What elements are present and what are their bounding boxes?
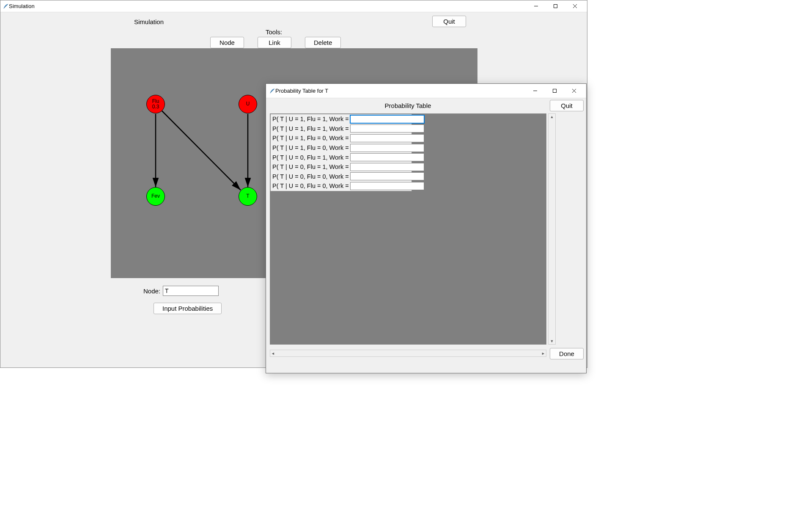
node-u[interactable]: U: [239, 95, 257, 113]
tool-link-button[interactable]: Link: [258, 37, 291, 48]
tool-row: Node Link Delete: [210, 37, 341, 48]
pt-row: P( T | U = 1, Flu = 0, Work = 1 ): [271, 133, 411, 143]
main-window-controls: [526, 0, 584, 12]
node-fev[interactable]: Fev: [146, 187, 165, 206]
pt-value-input[interactable]: [350, 144, 424, 152]
app-icon: [3, 3, 9, 9]
pt-row: P( T | U = 1, Flu = 0, Work = 0 ): [271, 143, 411, 153]
child-titlebar: Probability Table for T: [266, 84, 586, 98]
pt-condition: P( T | U = 1, Flu = 1, Work = 0 ): [271, 125, 350, 132]
pt-row: P( T | U = 0, Flu = 1, Work = 1 ): [271, 152, 411, 162]
input-probabilities-button[interactable]: Input Probabilities: [154, 303, 222, 314]
app-body: Simulation Quit Tools: Node Link Delete: [0, 12, 587, 367]
child-body: Probability Table Quit P( T | U = 1, Flu…: [266, 98, 586, 373]
pt-value-input[interactable]: [350, 153, 424, 161]
child-app-icon: [269, 88, 275, 94]
pt-table: P( T | U = 1, Flu = 1, Work = 1 ) P( T |…: [270, 114, 412, 191]
node-input-label: Node:: [143, 287, 160, 295]
pt-condition: P( T | U = 1, Flu = 0, Work = 1 ): [271, 135, 350, 141]
scroll-down-icon: ▼: [549, 338, 555, 344]
child-close-button[interactable]: [564, 84, 584, 98]
pt-heading: Probability Table: [266, 102, 550, 109]
svg-rect-1: [554, 5, 557, 8]
child-maximize-button[interactable]: [545, 84, 564, 98]
pt-row: P( T | U = 0, Flu = 0, Work = 0 ): [271, 181, 411, 191]
node-name-input[interactable]: [163, 286, 219, 296]
node-t[interactable]: T: [239, 187, 257, 206]
maximize-button[interactable]: [546, 0, 565, 12]
pt-header: Probability Table Quit: [266, 98, 586, 113]
main-window: Simulation Simulation Quit Tools: Node L…: [0, 0, 587, 368]
horizontal-scrollbar[interactable]: ◄ ►: [270, 350, 546, 357]
node-t-label: T: [246, 193, 249, 199]
pt-value-input[interactable]: [350, 134, 424, 142]
svg-rect-8: [553, 89, 556, 93]
scroll-up-icon: ▲: [549, 114, 555, 120]
child-window-controls: [525, 84, 584, 98]
vertical-scrollbar[interactable]: ▲ ▼: [548, 113, 556, 345]
scroll-right-icon: ►: [540, 351, 546, 356]
svg-line-5: [162, 110, 241, 190]
simulation-heading: Simulation: [134, 18, 164, 25]
pt-condition: P( T | U = 0, Flu = 0, Work = 0 ): [271, 182, 350, 189]
pt-row: P( T | U = 0, Flu = 1, Work = 0 ): [271, 162, 411, 172]
pt-value-input[interactable]: [350, 172, 424, 180]
node-input-row: Node:: [143, 286, 219, 296]
pt-scroll-area[interactable]: P( T | U = 1, Flu = 1, Work = 1 ) P( T |…: [270, 113, 546, 345]
node-flu-sub: 0.3: [152, 104, 159, 110]
close-button[interactable]: [565, 0, 584, 12]
node-fev-label: Fev: [151, 193, 160, 199]
main-titlebar: Simulation: [0, 0, 587, 12]
quit-button[interactable]: Quit: [432, 16, 466, 27]
pt-condition: P( T | U = 0, Flu = 0, Work = 1 ): [271, 173, 350, 180]
pt-row: P( T | U = 0, Flu = 0, Work = 1 ): [271, 172, 411, 182]
pt-condition: P( T | U = 1, Flu = 1, Work = 1 ): [271, 116, 350, 122]
child-window-title: Probability Table for T: [275, 88, 525, 94]
node-u-label: U: [246, 101, 250, 107]
probability-table-window: Probability Table for T Probability Tabl…: [266, 83, 587, 373]
tool-node-button[interactable]: Node: [210, 37, 244, 48]
main-window-title: Simulation: [9, 3, 526, 9]
pt-value-input[interactable]: [350, 182, 424, 190]
pt-value-input[interactable]: [350, 115, 424, 123]
pt-value-input[interactable]: [350, 124, 424, 133]
tool-delete-button[interactable]: Delete: [305, 37, 341, 48]
minimize-button[interactable]: [526, 0, 546, 12]
pt-condition: P( T | U = 0, Flu = 1, Work = 0 ): [271, 163, 350, 170]
pt-row: P( T | U = 1, Flu = 1, Work = 0 ): [271, 124, 411, 134]
pt-row: P( T | U = 1, Flu = 1, Work = 1 ): [271, 114, 411, 124]
child-minimize-button[interactable]: [525, 84, 545, 98]
done-button[interactable]: Done: [550, 348, 584, 359]
pt-value-input[interactable]: [350, 163, 424, 171]
tools-label: Tools:: [266, 28, 282, 36]
pt-condition: P( T | U = 1, Flu = 0, Work = 0 ): [271, 144, 350, 151]
scroll-left-icon: ◄: [270, 351, 276, 356]
pt-quit-button[interactable]: Quit: [550, 100, 584, 111]
node-flu[interactable]: Flu 0.3: [146, 95, 165, 113]
pt-condition: P( T | U = 0, Flu = 1, Work = 1 ): [271, 154, 350, 161]
